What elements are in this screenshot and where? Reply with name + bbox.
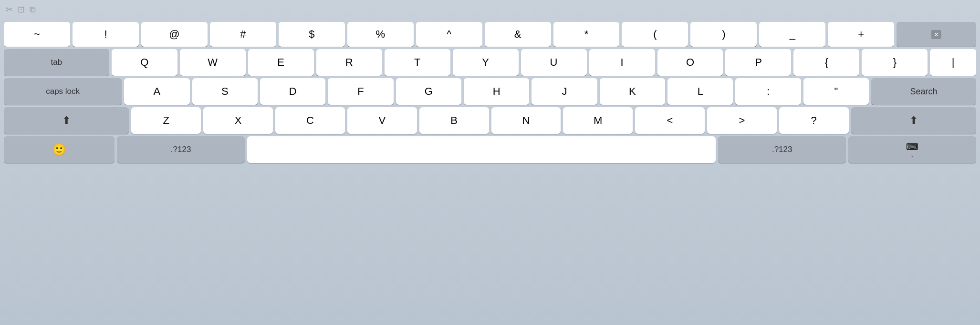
key-gt[interactable]: > bbox=[707, 107, 777, 134]
key-row-1: ~ ! @ # $ % ^ & * ( ) _ + ✕ bbox=[4, 22, 976, 47]
key-emoji[interactable]: 🙂 bbox=[4, 136, 115, 163]
key-row-4: ⬆ Z X C V B N M < > ? ⬆ bbox=[4, 107, 976, 134]
key-y[interactable]: Y bbox=[453, 49, 519, 76]
keyboard-container: ~ ! @ # $ % ^ & * ( ) _ + ✕ tab Q W E R … bbox=[0, 19, 980, 325]
key-lparen[interactable]: ( bbox=[622, 22, 688, 47]
key-s[interactable]: S bbox=[192, 78, 258, 105]
key-tab[interactable]: tab bbox=[4, 49, 109, 76]
key-g[interactable]: G bbox=[396, 78, 461, 105]
key-a[interactable]: A bbox=[124, 78, 189, 105]
key-exclaim[interactable]: ! bbox=[73, 22, 139, 47]
key-num-right[interactable]: .?123 bbox=[718, 136, 846, 163]
copy-icon[interactable]: ⊡ bbox=[18, 4, 25, 15]
key-b[interactable]: B bbox=[419, 107, 489, 134]
key-f[interactable]: F bbox=[328, 78, 393, 105]
key-plus[interactable]: + bbox=[828, 22, 894, 47]
cut-icon[interactable]: ✂ bbox=[6, 4, 13, 15]
key-v[interactable]: V bbox=[347, 107, 417, 134]
key-doublequote[interactable]: " bbox=[803, 78, 869, 105]
key-search[interactable]: Search bbox=[871, 78, 976, 105]
key-dollar[interactable]: $ bbox=[279, 22, 345, 47]
key-j[interactable]: J bbox=[532, 78, 597, 105]
key-lt[interactable]: < bbox=[635, 107, 705, 134]
key-asterisk[interactable]: * bbox=[553, 22, 620, 47]
key-z[interactable]: Z bbox=[131, 107, 201, 134]
key-ampersand[interactable]: & bbox=[485, 22, 551, 47]
key-d[interactable]: D bbox=[260, 78, 325, 105]
key-rbrace[interactable]: } bbox=[862, 49, 928, 76]
key-rparen[interactable]: ) bbox=[690, 22, 757, 47]
key-i[interactable]: I bbox=[589, 49, 655, 76]
key-lbrace[interactable]: { bbox=[793, 49, 859, 76]
key-u[interactable]: U bbox=[521, 49, 587, 76]
key-capslock[interactable]: caps lock bbox=[4, 78, 122, 105]
key-caret[interactable]: ^ bbox=[416, 22, 482, 47]
key-r[interactable]: R bbox=[316, 49, 382, 76]
key-space[interactable] bbox=[247, 136, 716, 163]
key-shift-right[interactable]: ⬆ bbox=[851, 107, 976, 134]
key-percent[interactable]: % bbox=[347, 22, 414, 47]
key-w[interactable]: W bbox=[180, 49, 246, 76]
key-row-2: tab Q W E R T Y U I O P { } | bbox=[4, 49, 976, 76]
key-pipe[interactable]: | bbox=[930, 49, 976, 76]
key-m[interactable]: M bbox=[563, 107, 633, 134]
key-backspace[interactable]: ✕ bbox=[897, 22, 976, 47]
toolbar: ✂ ⊡ ⧉ bbox=[0, 0, 980, 19]
key-k[interactable]: K bbox=[600, 78, 665, 105]
key-hash[interactable]: # bbox=[210, 22, 276, 47]
key-shift-left[interactable]: ⬆ bbox=[4, 107, 129, 134]
key-underscore[interactable]: _ bbox=[759, 22, 825, 47]
key-n[interactable]: N bbox=[491, 107, 561, 134]
key-at[interactable]: @ bbox=[141, 22, 208, 47]
key-l[interactable]: L bbox=[667, 78, 733, 105]
key-x[interactable]: X bbox=[203, 107, 273, 134]
key-q[interactable]: Q bbox=[112, 49, 177, 76]
key-e[interactable]: E bbox=[248, 49, 314, 76]
key-t[interactable]: T bbox=[385, 49, 450, 76]
key-c[interactable]: C bbox=[275, 107, 345, 134]
key-colon[interactable]: : bbox=[735, 78, 801, 105]
key-row-5: 🙂 .?123 .?123 ⌨ ⌄ bbox=[4, 136, 976, 163]
key-tilde[interactable]: ~ bbox=[4, 22, 70, 47]
key-p[interactable]: P bbox=[725, 49, 791, 76]
key-row-3: caps lock A S D F G H J K L : " Search bbox=[4, 78, 976, 105]
key-o[interactable]: O bbox=[657, 49, 723, 76]
key-question[interactable]: ? bbox=[779, 107, 849, 134]
key-keyboard-hide[interactable]: ⌨ ⌄ bbox=[848, 136, 976, 163]
key-num-left[interactable]: .?123 bbox=[117, 136, 245, 163]
key-h[interactable]: H bbox=[464, 78, 529, 105]
paste-icon[interactable]: ⧉ bbox=[30, 5, 36, 15]
